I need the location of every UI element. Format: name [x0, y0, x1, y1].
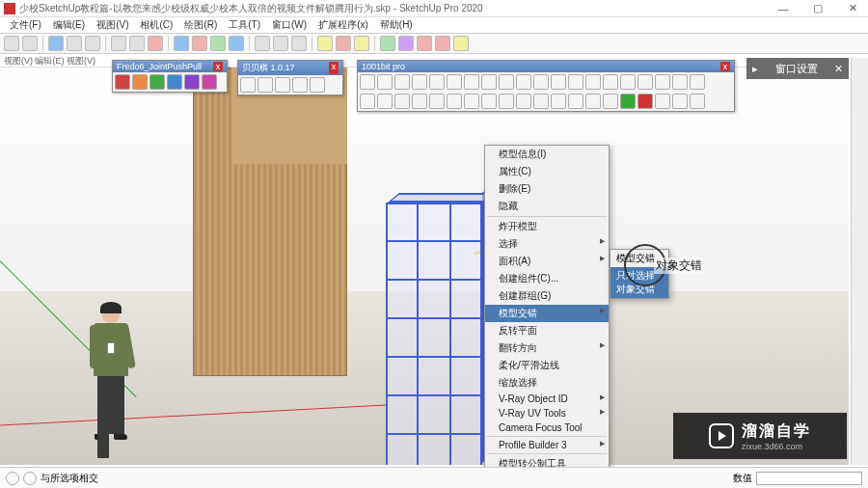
plugin-icon[interactable]: [202, 74, 217, 90]
tool-icon[interactable]: [453, 36, 469, 51]
plugin-icon[interactable]: [551, 74, 566, 90]
plugin-icon[interactable]: [655, 74, 670, 90]
context-menu-item[interactable]: Camera Focus Tool: [485, 420, 609, 435]
close-icon[interactable]: ✕: [834, 63, 843, 75]
tool-icon[interactable]: [22, 36, 38, 51]
plugin-icon[interactable]: [275, 77, 290, 93]
plugin-icon[interactable]: [360, 94, 375, 109]
menu-camera[interactable]: 相机(C): [134, 17, 178, 33]
plugin-icon[interactable]: [620, 74, 636, 90]
tool-icon[interactable]: [380, 36, 395, 51]
plugin-icon[interactable]: [429, 74, 445, 90]
close-icon[interactable]: x: [720, 62, 730, 71]
tool-icon[interactable]: [85, 36, 100, 51]
tool-icon[interactable]: [192, 36, 207, 51]
plugin-icon[interactable]: [499, 74, 514, 90]
context-menu[interactable]: 模型信息(I)属性(C)删除(E)隐藏炸开模型选择面积(A)创建组件(C)...…: [484, 145, 610, 488]
tool-icon[interactable]: [255, 36, 270, 51]
context-menu-item[interactable]: 模型信息(I): [485, 146, 609, 163]
tool-icon[interactable]: [48, 36, 64, 51]
tool-icon[interactable]: [129, 36, 145, 51]
context-menu-item[interactable]: 属性(C): [485, 163, 609, 180]
plugin-icon[interactable]: [655, 94, 670, 109]
context-menu-item[interactable]: 创建群组(G): [485, 287, 609, 305]
close-button[interactable]: ✕: [841, 1, 864, 16]
tool-icon[interactable]: [229, 36, 244, 51]
plugin-icon[interactable]: [115, 74, 130, 90]
tool-icon[interactable]: [174, 36, 189, 51]
measurement-input[interactable]: [756, 472, 862, 485]
menu-window[interactable]: 窗口(W): [266, 17, 312, 33]
tool-icon[interactable]: [4, 36, 19, 51]
tool-icon[interactable]: [111, 36, 126, 51]
context-menu-item[interactable]: 隐藏: [485, 198, 609, 215]
context-menu-item[interactable]: V-Ray UV Tools: [485, 406, 609, 420]
plugin-icon[interactable]: [310, 77, 325, 93]
status-icon[interactable]: [23, 472, 37, 485]
menu-view[interactable]: 视图(V): [91, 17, 134, 33]
context-menu-item[interactable]: 创建组件(C)...: [485, 270, 609, 287]
close-icon[interactable]: x: [213, 62, 223, 71]
plugin-icon[interactable]: [533, 74, 549, 90]
context-menu-item[interactable]: 缩放选择: [485, 374, 609, 392]
tool-icon[interactable]: [317, 36, 333, 51]
menu-extensions[interactable]: 扩展程序(x): [312, 17, 374, 33]
plugin-icon[interactable]: [412, 74, 427, 90]
plugin-icon[interactable]: [292, 77, 308, 93]
context-menu-item[interactable]: 删除(E): [485, 180, 609, 198]
plugin-icon[interactable]: [637, 74, 653, 90]
status-icon[interactable]: [6, 472, 19, 485]
panel-jointpushpull[interactable]: Fredo6_JointPushPullx: [112, 60, 228, 93]
plugin-icon[interactable]: [603, 94, 618, 109]
plugin-icon[interactable]: [690, 94, 705, 109]
tool-icon[interactable]: [417, 36, 432, 51]
selected-shelf-model[interactable]: [386, 203, 492, 465]
menu-edit[interactable]: 编辑(E): [47, 17, 91, 33]
tool-icon[interactable]: [273, 36, 288, 51]
menu-file[interactable]: 文件(F): [4, 17, 47, 33]
plugin-icon[interactable]: [516, 74, 531, 90]
plugin-icon[interactable]: [429, 94, 445, 109]
tool-icon[interactable]: [435, 36, 450, 51]
plugin-icon[interactable]: [394, 74, 410, 90]
plugin-icon[interactable]: [240, 77, 256, 93]
plugin-icon[interactable]: [672, 74, 688, 90]
chevron-right-icon[interactable]: ▸: [752, 63, 758, 75]
plugin-icon[interactable]: [481, 74, 497, 90]
context-menu-item[interactable]: Profile Builder 3: [485, 438, 609, 452]
context-menu-item[interactable]: 炸开模型: [485, 218, 609, 235]
plugin-icon[interactable]: [533, 94, 549, 109]
plugin-icon[interactable]: [447, 74, 462, 90]
tray-header[interactable]: ▸ 窗口设置 ✕: [746, 58, 849, 79]
panel-1001bit[interactable]: 1001bit prox: [357, 60, 735, 112]
plugin-icon[interactable]: [499, 94, 514, 109]
context-menu-item[interactable]: 选择: [485, 235, 609, 253]
tool-icon[interactable]: [67, 36, 82, 51]
tool-icon[interactable]: [354, 36, 369, 51]
tool-icon[interactable]: [398, 36, 414, 51]
viewport-3d[interactable]: [0, 68, 849, 465]
plugin-icon[interactable]: [603, 74, 618, 90]
plugin-icon[interactable]: [690, 74, 705, 90]
plugin-icon[interactable]: [412, 94, 427, 109]
plugin-icon[interactable]: [568, 94, 583, 109]
plugin-icon[interactable]: [377, 74, 393, 90]
plugin-icon[interactable]: [394, 94, 410, 109]
plugin-icon[interactable]: [184, 74, 200, 90]
context-menu-item[interactable]: 翻转方向: [485, 339, 609, 357]
minimize-button[interactable]: —: [772, 1, 795, 16]
context-menu-item[interactable]: 模型交错: [485, 305, 609, 322]
tool-icon[interactable]: [336, 36, 351, 51]
plugin-icon[interactable]: [551, 94, 566, 109]
plugin-icon[interactable]: [149, 74, 165, 90]
plugin-icon[interactable]: [585, 94, 601, 109]
plugin-icon[interactable]: [585, 74, 601, 90]
plugin-icon[interactable]: [672, 94, 688, 109]
plugin-icon[interactable]: [620, 94, 636, 109]
plugin-icon[interactable]: [637, 94, 653, 109]
context-menu-item[interactable]: 面积(A): [485, 253, 609, 270]
plugin-icon[interactable]: [167, 74, 182, 90]
close-icon[interactable]: x: [329, 62, 339, 74]
plugin-icon[interactable]: [132, 74, 148, 90]
tool-icon[interactable]: [291, 36, 307, 51]
